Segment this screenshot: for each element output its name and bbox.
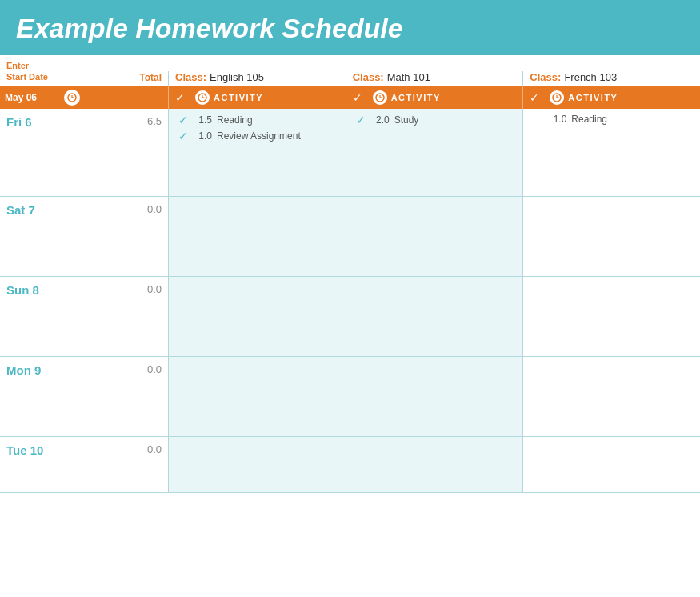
clock-icon-1 xyxy=(375,93,385,102)
class-name-2: French 103 xyxy=(564,71,617,83)
class-header-0: Class: English 105 xyxy=(168,71,346,86)
orange-class-cell-1: ✓ ACTIVITY xyxy=(346,86,523,109)
class-headers: Class: English 105 Class: Math 101 Class… xyxy=(168,71,700,86)
date-area: EnterStart Date xyxy=(0,60,128,86)
day-total-0: 6.5 xyxy=(128,109,168,196)
day-class-2-0: 1.0 Reading xyxy=(522,109,700,196)
check-col-0: ✓ xyxy=(169,91,191,104)
activity-entry-2-0: 1.0 Reading xyxy=(523,112,700,126)
day-class-2-2 xyxy=(522,277,700,356)
class-label-2: Class: xyxy=(530,71,561,83)
day-class-1-0: ✓ 2.0 Study xyxy=(346,109,523,196)
day-class-0-3 xyxy=(168,357,346,436)
page-header: Example Homework Schedule xyxy=(0,0,700,55)
day-name-3: Mon 9 xyxy=(6,363,41,377)
day-class-1-2 xyxy=(346,277,523,356)
day-label-3: Mon 9 xyxy=(0,357,128,436)
activity-name-0-1: Review Assignment xyxy=(217,130,301,142)
class-label-0: Class: xyxy=(175,71,206,83)
day-class-1-1 xyxy=(346,197,523,276)
clock-col-0 xyxy=(191,90,214,105)
check-icon-1-0: ✓ xyxy=(350,114,372,126)
day-total-1: 0.0 xyxy=(128,197,168,276)
class-name-0: English 105 xyxy=(210,71,264,83)
clock-icon-2 xyxy=(552,93,562,102)
page-title: Example Homework Schedule xyxy=(16,13,684,44)
activity-name-1-0: Study xyxy=(394,114,419,126)
date-input-cell xyxy=(0,90,128,106)
activity-entry-0-1: ✓ 1.0 Review Assignment xyxy=(169,128,346,144)
activity-hours-2-0: 1.0 xyxy=(549,114,571,125)
day-class-1-4 xyxy=(346,437,523,492)
day-label-2: Sun 8 xyxy=(0,277,128,356)
check-icon-0-0: ✓ xyxy=(172,114,194,126)
check-icon-0-1: ✓ xyxy=(172,130,194,142)
page-wrapper: Example Homework Schedule EnterStart Dat… xyxy=(0,0,700,493)
check-col-1: ✓ xyxy=(346,91,369,104)
date-clock-button[interactable] xyxy=(64,90,80,106)
activity-hours-0-1: 1.0 xyxy=(194,130,217,142)
activity-entry-1-0: ✓ 2.0 Study xyxy=(346,112,523,128)
day-class-2-3 xyxy=(522,357,700,436)
day-row-1: Sat 7 0.0 xyxy=(0,197,700,277)
activity-hours-0-0: 1.5 xyxy=(194,114,217,126)
activity-name-0-0: Reading xyxy=(217,114,253,126)
activity-label-0: ACTIVITY xyxy=(214,93,346,102)
check-col-2: ✓ xyxy=(523,91,546,104)
day-label-0: Fri 6 xyxy=(0,109,128,196)
day-label-4: Tue 10 xyxy=(0,437,128,492)
day-class-2-1 xyxy=(522,197,700,276)
day-class-1-3 xyxy=(346,357,523,436)
day-name-4: Tue 10 xyxy=(6,443,43,457)
day-name-0: Fri 6 xyxy=(6,115,32,129)
day-row-2: Sun 8 0.0 xyxy=(0,277,700,357)
total-label: Total xyxy=(128,72,168,86)
activity-hours-1-0: 2.0 xyxy=(372,114,394,126)
day-total-2: 0.0 xyxy=(128,277,168,356)
day-name-1: Sat 7 xyxy=(6,203,35,217)
day-row-4: Tue 10 0.0 xyxy=(0,437,700,493)
activity-label-2: ACTIVITY xyxy=(568,93,700,102)
activity-label-1: ACTIVITY xyxy=(391,93,523,102)
day-class-0-2 xyxy=(168,277,346,356)
activity-name-2-0: Reading xyxy=(571,114,607,125)
day-class-0-1 xyxy=(168,197,346,276)
day-label-1: Sat 7 xyxy=(0,197,128,276)
controls-row: EnterStart Date Total Class: English 105… xyxy=(0,55,700,86)
class-name-1: Math 101 xyxy=(387,71,430,83)
day-row-0: Fri 6 6.5 ✓ 1.5 Reading ✓ 1.0 Review Ass… xyxy=(0,109,700,197)
clock-icon xyxy=(67,93,77,102)
orange-class-cell-0: ✓ ACTIVITY xyxy=(168,86,346,109)
date-input[interactable] xyxy=(5,92,61,103)
day-row-3: Mon 9 0.0 xyxy=(0,357,700,437)
day-name-2: Sun 8 xyxy=(6,283,39,297)
day-total-4: 0.0 xyxy=(128,437,168,492)
orange-bar-row: ✓ ACTIVITY ✓ xyxy=(0,86,700,109)
class-header-1: Class: Math 101 xyxy=(346,71,523,86)
day-class-0-4 xyxy=(168,437,346,492)
class-header-2: Class: French 103 xyxy=(522,71,700,86)
enter-start-date-label: EnterStart Date xyxy=(6,60,122,83)
activity-entry-0-0: ✓ 1.5 Reading xyxy=(169,112,346,128)
class-label-1: Class: xyxy=(353,71,384,83)
clock-col-2 xyxy=(546,90,568,105)
day-class-0-0: ✓ 1.5 Reading ✓ 1.0 Review Assignment xyxy=(168,109,346,196)
clock-col-1 xyxy=(369,90,391,105)
day-class-2-4 xyxy=(522,437,700,492)
clock-icon-0 xyxy=(198,93,207,102)
day-total-3: 0.0 xyxy=(128,357,168,436)
orange-class-cell-2: ✓ ACTIVITY xyxy=(522,86,700,109)
